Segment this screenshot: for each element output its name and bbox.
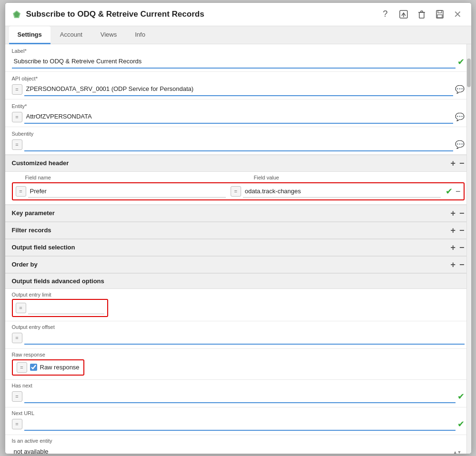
export-icon [399, 10, 408, 19]
entity-label: Entity* [12, 103, 465, 109]
has-next-row: = ✔ [12, 390, 465, 403]
is-active-entity-label: Is an active entity [12, 438, 465, 444]
output-field-selection-minus-btn[interactable]: − [459, 243, 465, 252]
tab-info[interactable]: Info [126, 26, 154, 44]
has-next-input[interactable] [24, 390, 456, 403]
field-name-group: = [16, 185, 226, 198]
label-input[interactable] [12, 55, 456, 69]
customized-header-add-btn[interactable]: + [450, 159, 456, 168]
entity-section: Entity* = 💬 [5, 99, 471, 127]
subentity-section: Subentity = 💬 [5, 127, 471, 155]
output-entry-offset-row: = [12, 331, 465, 345]
output-entry-offset-input[interactable] [24, 331, 465, 345]
ch-column-labels: Field name Field value [12, 175, 465, 180]
help-button[interactable]: ? [379, 8, 392, 21]
api-object-eq-btn[interactable]: = [12, 84, 22, 95]
raw-response-checkbox[interactable] [30, 364, 37, 371]
entity-comment-icon: 💬 [455, 112, 465, 121]
scrollbar-thumb[interactable] [467, 59, 471, 87]
order-by-add-btn[interactable]: + [450, 260, 456, 269]
tab-views[interactable]: Views [92, 26, 125, 44]
app-icon [12, 10, 21, 19]
title-left: Subscribe to ODQ & Retreive Current Reco… [12, 10, 204, 19]
customized-header-actions: + − [450, 159, 464, 168]
output-field-selection-actions: + − [450, 243, 464, 252]
window-title: Subscribe to ODQ & Retreive Current Reco… [26, 10, 204, 19]
export-button[interactable] [397, 8, 410, 21]
save-button[interactable] [433, 8, 446, 21]
title-actions: ? [379, 8, 465, 21]
key-parameter-minus-btn[interactable]: − [459, 209, 465, 218]
customized-header-body: Field name Field value = = ✔ − [5, 172, 471, 205]
filter-records-minus-btn[interactable]: − [459, 226, 465, 235]
filter-records-section[interactable]: Filter records + − [5, 222, 471, 239]
tab-bar: Settings Account Views Info [5, 26, 471, 44]
output-entry-limit-row: = [16, 302, 104, 314]
entity-eq-btn[interactable]: = [12, 112, 22, 122]
has-next-section: Has next = ✔ [5, 380, 471, 407]
ch-row-minus-btn[interactable]: − [456, 187, 461, 196]
next-url-check-icon: ✔ [457, 419, 465, 429]
raw-response-eq-btn[interactable]: = [17, 362, 27, 373]
raw-response-box: = Raw response [12, 359, 84, 376]
output-entry-limit-input[interactable] [28, 302, 104, 314]
api-object-row: = 💬 [12, 83, 465, 96]
order-by-title: Order by [12, 261, 38, 268]
key-parameter-add-btn[interactable]: + [450, 209, 456, 218]
next-url-section: Next URL = ✔ [5, 407, 471, 435]
ch-row-check-icon: ✔ [446, 186, 453, 197]
is-active-entity-select[interactable]: not available [12, 445, 465, 454]
label-check-icon: ✔ [457, 57, 465, 67]
label-section: Label* ✔ [5, 44, 471, 72]
raw-response-section: Raw response = Raw response [5, 349, 471, 380]
next-url-eq-btn[interactable]: = [12, 419, 22, 429]
output-advanced-section: Output fields advanced options Output en… [5, 273, 471, 454]
subentity-eq-btn[interactable]: = [12, 139, 22, 150]
title-bar: Subscribe to ODQ & Retreive Current Reco… [5, 3, 471, 26]
subentity-input[interactable] [24, 138, 453, 151]
customized-header-minus-btn[interactable]: − [459, 159, 465, 168]
key-parameter-section[interactable]: Key parameter + − [5, 205, 471, 222]
output-entry-limit-box: = [12, 299, 108, 317]
output-entry-offset-eq-btn[interactable]: = [12, 333, 22, 343]
output-field-selection-add-btn[interactable]: + [450, 243, 456, 252]
output-entry-offset-section: Output entry offset = [5, 321, 471, 349]
next-url-input[interactable] [24, 417, 456, 431]
label-field-label: Label* [12, 48, 465, 54]
ch-row-actions: ✔ − [446, 186, 461, 197]
raw-response-label: Raw response [12, 352, 465, 357]
field-name-input[interactable] [28, 185, 226, 198]
output-entry-limit-label: Output entry limit [12, 292, 465, 297]
tab-settings[interactable]: Settings [9, 26, 51, 44]
save-icon [435, 10, 445, 19]
order-by-minus-btn[interactable]: − [459, 260, 465, 269]
is-active-entity-section: Is an active entity not available [5, 435, 471, 454]
has-next-label: Has next [12, 383, 465, 388]
output-entry-limit-eq-btn[interactable]: = [16, 303, 26, 313]
field-value-input[interactable] [243, 185, 441, 198]
output-field-selection-section[interactable]: Output field selection + − [5, 239, 471, 256]
order-by-section[interactable]: Order by + − [5, 256, 471, 273]
output-advanced-header: Output fields advanced options [5, 274, 471, 289]
scrollbar-track[interactable] [466, 44, 471, 454]
customized-header-title: Customized header [12, 159, 69, 167]
entity-input[interactable] [24, 110, 453, 124]
api-object-comment-icon: 💬 [455, 85, 465, 94]
key-parameter-actions: + − [450, 209, 464, 218]
svg-rect-4 [419, 12, 424, 18]
filter-records-add-btn[interactable]: + [450, 226, 456, 235]
tab-account[interactable]: Account [51, 26, 91, 44]
api-object-input[interactable] [24, 83, 453, 96]
delete-icon [417, 10, 426, 19]
customized-header-row: = = ✔ − [12, 182, 465, 200]
filter-records-title: Filter records [12, 227, 51, 234]
close-button[interactable]: ✕ [451, 8, 465, 21]
subentity-row: = 💬 [12, 138, 465, 151]
next-url-label: Next URL [12, 410, 465, 416]
api-object-label: API object* [12, 76, 465, 81]
field-value-eq-btn[interactable]: = [231, 186, 241, 197]
has-next-eq-btn[interactable]: = [12, 391, 22, 402]
field-name-eq-btn[interactable]: = [16, 186, 26, 197]
delete-button[interactable] [415, 8, 428, 21]
subentity-label: Subentity [12, 131, 465, 137]
